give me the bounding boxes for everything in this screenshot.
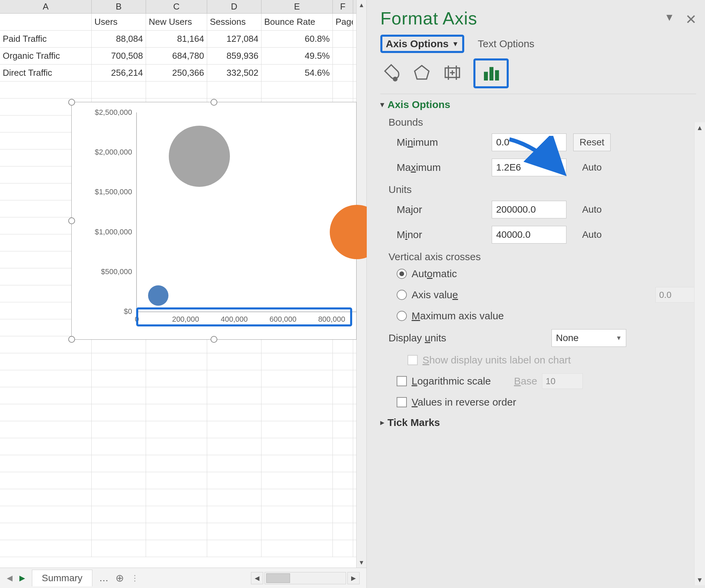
sheet-nav-next-icon[interactable]: ▶: [19, 574, 25, 583]
major-auto-label: Auto: [573, 201, 611, 218]
expand-icon: ▸: [380, 418, 384, 427]
pane-title: Format Axis: [380, 8, 696, 29]
bubble-paid[interactable]: [148, 285, 168, 306]
cell[interactable]: [0, 14, 92, 30]
maximum-input[interactable]: [492, 159, 566, 176]
col-header[interactable]: B: [92, 0, 146, 13]
cell[interactable]: [333, 31, 353, 47]
text-options-tab[interactable]: Text Options: [478, 38, 535, 50]
y-tick-label: $0: [71, 307, 132, 316]
horizontal-scrollbar[interactable]: ◀ ▶: [251, 572, 360, 584]
tab-label: Axis Options: [386, 38, 449, 50]
major-label: Major: [397, 204, 485, 215]
log-scale-label: Logarithmic scale: [412, 375, 491, 387]
cell[interactable]: 60.8%: [261, 31, 333, 47]
cell[interactable]: New Users: [146, 14, 207, 30]
sheet-nav-first-icon[interactable]: ◀: [7, 574, 13, 583]
reverse-order-checkbox[interactable]: [397, 397, 407, 407]
cell[interactable]: Paid Traffic: [0, 31, 92, 47]
cell[interactable]: [333, 48, 353, 64]
resize-handle[interactable]: [68, 336, 75, 343]
cell[interactable]: Pages /: [333, 14, 353, 30]
col-header[interactable]: E: [261, 0, 333, 13]
cell[interactable]: 54.6%: [261, 65, 333, 81]
axis-options-section-header[interactable]: ▾ Axis Options: [380, 99, 696, 110]
major-input[interactable]: [492, 201, 566, 218]
drag-handle-icon[interactable]: ⋮: [131, 573, 139, 583]
sheet-tab-summary[interactable]: Summary: [32, 570, 92, 586]
bubble-direct[interactable]: [169, 126, 230, 187]
axis-options-tab[interactable]: Axis Options ▼: [380, 35, 464, 53]
minimum-input[interactable]: [492, 133, 566, 151]
cell[interactable]: Organic Traffic: [0, 48, 92, 64]
vac-maximum-radio[interactable]: [397, 311, 407, 321]
cell[interactable]: 332,502: [207, 65, 261, 81]
scroll-up-icon[interactable]: ▲: [694, 122, 705, 133]
scroll-track[interactable]: [265, 572, 346, 584]
y-tick-label: $500,000: [71, 267, 132, 276]
cell[interactable]: 81,164: [146, 31, 207, 47]
effects-icon[interactable]: [412, 63, 431, 84]
resize-handle[interactable]: [211, 336, 217, 343]
cell[interactable]: 250,366: [146, 65, 207, 81]
cell[interactable]: 88,084: [92, 31, 146, 47]
minimum-label: Minimum: [397, 137, 485, 148]
embedded-chart[interactable]: $0 $500,000 $1,000,000 $1,500,000 $2,000…: [71, 102, 357, 340]
cell[interactable]: Sessions: [207, 14, 261, 30]
scroll-right-icon[interactable]: ▶: [347, 572, 360, 584]
svg-marker-0: [415, 66, 429, 79]
minimum-reset-button[interactable]: Reset: [573, 133, 611, 151]
scroll-thumb[interactable]: [266, 573, 290, 583]
scroll-left-icon[interactable]: ◀: [251, 572, 263, 584]
cell[interactable]: 256,214: [92, 65, 146, 81]
col-header[interactable]: C: [146, 0, 207, 13]
tick-marks-section-header[interactable]: ▸ Tick Marks: [380, 417, 696, 428]
vac-automatic-label: Automatic: [412, 268, 457, 280]
size-properties-icon[interactable]: [443, 63, 462, 84]
vertical-axis-crosses-label: Vertical axis crosses: [388, 251, 696, 263]
resize-handle[interactable]: [68, 99, 75, 106]
cell[interactable]: Bounce Rate: [261, 14, 333, 30]
new-sheet-button[interactable]: ⊕: [115, 572, 124, 584]
cell[interactable]: Direct Traffic: [0, 65, 92, 81]
vac-maximum-label: Maximum axis value: [412, 310, 504, 322]
category-icons: [382, 58, 696, 88]
col-header[interactable]: D: [207, 0, 261, 13]
scroll-up-icon[interactable]: ▲: [357, 0, 366, 10]
vac-axis-value-radio[interactable]: [397, 290, 407, 300]
col-header[interactable]: F: [333, 0, 353, 13]
sheet-tab-more[interactable]: …: [99, 573, 109, 584]
base-label: Base: [514, 375, 537, 387]
resize-handle[interactable]: [211, 99, 217, 106]
col-header[interactable]: A: [0, 0, 92, 13]
display-units-select[interactable]: None ▼: [552, 329, 626, 347]
scroll-down-icon[interactable]: ▼: [357, 557, 366, 568]
pane-dropdown-icon[interactable]: ▼: [664, 12, 674, 23]
show-display-units-checkbox: [408, 355, 418, 365]
vac-automatic-radio[interactable]: [397, 269, 407, 279]
cell[interactable]: Users: [92, 14, 146, 30]
y-tick-label: $1,500,000: [71, 188, 132, 196]
pane-vertical-scrollbar[interactable]: ▲ ▼: [694, 122, 705, 585]
cell[interactable]: 127,084: [207, 31, 261, 47]
scroll-down-icon[interactable]: ▼: [694, 574, 705, 585]
plot-area[interactable]: $0 $500,000 $1,000,000 $1,500,000 $2,000…: [136, 112, 356, 312]
resize-handle[interactable]: [68, 217, 75, 224]
format-axis-pane: Format Axis ▼ ✕ Axis Options ▼ Text Opti…: [367, 0, 705, 588]
vertical-scrollbar[interactable]: ▲ ▼: [356, 0, 366, 568]
axis-options-icon[interactable]: [473, 58, 509, 88]
minor-input[interactable]: [492, 226, 566, 244]
table-row: Users New Users Sessions Bounce Rate Pag…: [0, 14, 366, 31]
cell[interactable]: [333, 65, 353, 81]
vac-axis-value-input[interactable]: [655, 287, 696, 303]
log-scale-checkbox[interactable]: [397, 376, 407, 386]
svg-rect-4: [484, 72, 488, 81]
cell[interactable]: 49.5%: [261, 48, 333, 64]
cell[interactable]: 859,936: [207, 48, 261, 64]
fill-line-icon[interactable]: [382, 63, 401, 84]
units-label: Units: [388, 184, 696, 195]
cell[interactable]: 684,780: [146, 48, 207, 64]
cell[interactable]: 700,508: [92, 48, 146, 64]
close-icon[interactable]: ✕: [685, 12, 697, 27]
table-row: Direct Traffic 256,214 250,366 332,502 5…: [0, 65, 366, 82]
